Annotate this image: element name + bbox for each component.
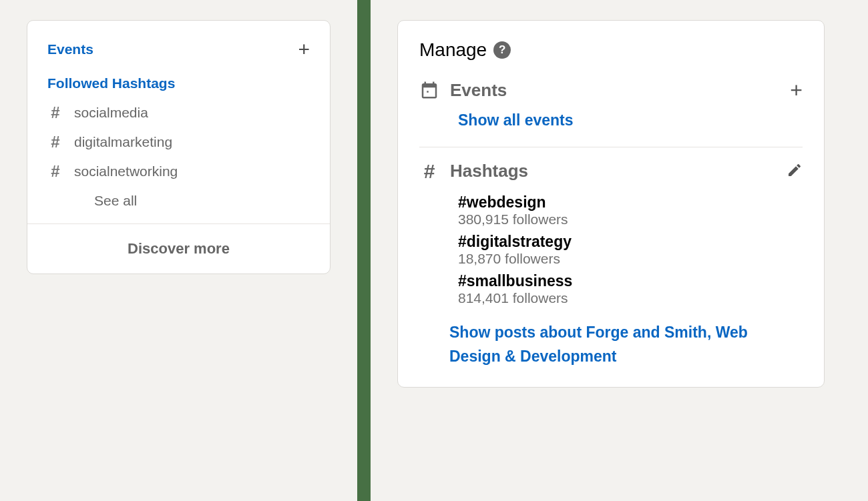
app-container: Events + Followed Hashtags # socialmedia…	[0, 0, 868, 501]
vertical-divider	[357, 0, 371, 501]
followed-hashtag-item[interactable]: #webdesign 380,915 followers	[458, 193, 803, 227]
hashtag-name: socialnetworking	[74, 163, 178, 179]
events-row: Events +	[419, 77, 803, 103]
hashtag-icon: #	[47, 162, 63, 181]
followed-hashtags-link[interactable]: Followed Hashtags	[47, 75, 175, 91]
followed-hashtags-section: Followed Hashtags	[27, 67, 330, 91]
left-pane: Events + Followed Hashtags # socialmedia…	[0, 0, 357, 501]
events-section: Events +	[27, 21, 330, 67]
hashtag-tag: #digitalstrategy	[458, 233, 803, 251]
show-posts-link[interactable]: Show posts about Forge and Smith, Web De…	[419, 312, 803, 368]
help-icon[interactable]: ?	[493, 41, 511, 59]
divider	[419, 147, 803, 147]
plus-icon[interactable]: +	[790, 79, 803, 101]
events-link[interactable]: Events	[47, 41, 93, 57]
hashtags-row: # Hashtags	[419, 158, 803, 184]
plus-icon[interactable]: +	[298, 39, 310, 59]
manage-card: Manage ? Events + Show all events	[397, 20, 825, 388]
followed-hashtag-list: #webdesign 380,915 followers #digitalstr…	[419, 184, 803, 306]
hashtag-item[interactable]: # socialnetworking	[47, 157, 310, 186]
hashtag-followers: 18,870 followers	[458, 251, 803, 267]
hashtag-tag: #webdesign	[458, 193, 803, 211]
sidebar-card: Events + Followed Hashtags # socialmedia…	[27, 20, 331, 274]
hashtag-item[interactable]: # digitalmarketing	[47, 127, 310, 157]
hashtag-item[interactable]: # socialmedia	[47, 98, 310, 127]
calendar-icon	[419, 80, 439, 100]
hashtag-tag: #smallbusiness	[458, 272, 803, 290]
discover-more-link[interactable]: Discover more	[27, 223, 330, 274]
manage-header: Manage ?	[419, 39, 803, 61]
hashtags-label: Hashtags	[450, 161, 528, 181]
hashtag-list: # socialmedia # digitalmarketing # socia…	[27, 91, 330, 223]
edit-icon[interactable]	[787, 162, 803, 181]
show-all-events-link[interactable]: Show all events	[419, 103, 803, 143]
hashtag-followers: 380,915 followers	[458, 211, 803, 227]
followed-hashtag-item[interactable]: #digitalstrategy 18,870 followers	[458, 233, 803, 267]
right-pane: Manage ? Events + Show all events	[371, 0, 868, 501]
hashtag-followers: 814,401 followers	[458, 290, 803, 306]
manage-title: Manage	[419, 39, 487, 61]
hashtag-name: digitalmarketing	[74, 134, 172, 150]
followed-hashtag-item[interactable]: #smallbusiness 814,401 followers	[458, 272, 803, 306]
hashtag-icon: #	[47, 133, 63, 151]
hashtag-name: socialmedia	[74, 105, 148, 121]
hashtag-icon: #	[419, 161, 439, 181]
hashtag-icon: #	[47, 103, 63, 122]
events-label: Events	[450, 80, 507, 101]
see-all-link[interactable]: See all	[47, 186, 310, 223]
